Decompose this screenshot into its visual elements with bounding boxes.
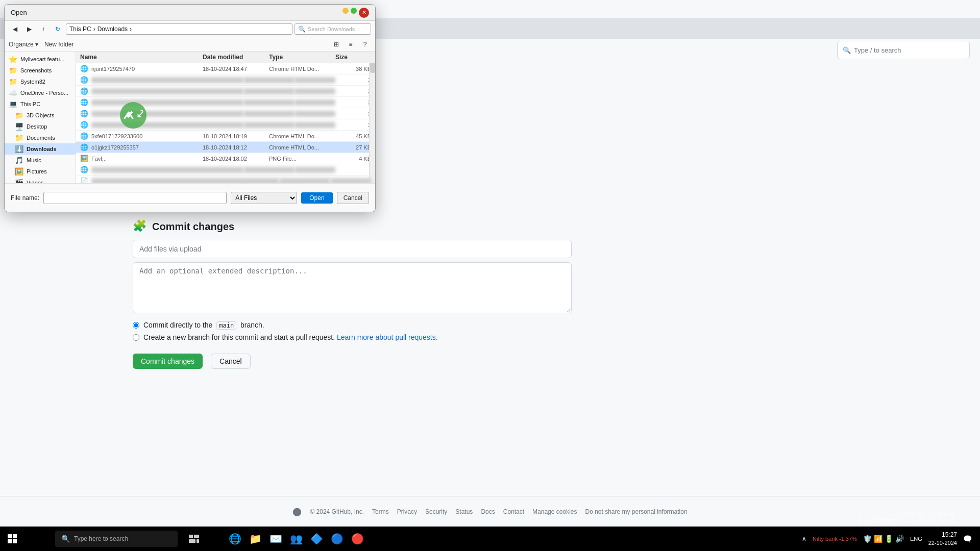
sidebar-item-videos[interactable]: 🎬 Videos [5, 177, 76, 183]
search-icon: 🔍 [298, 26, 306, 33]
footer-docs[interactable]: Docs [481, 508, 495, 515]
volume-icon[interactable]: 🔊 [895, 535, 904, 543]
svg-rect-2 [8, 539, 12, 543]
path-breadcrumb[interactable]: This PC › Downloads › [66, 23, 292, 35]
app6-icon[interactable]: 🔴 [349, 531, 365, 547]
network-tray-icon[interactable]: 📶 [874, 535, 883, 543]
file-name: o1jgkz1729255357 [91, 144, 203, 151]
file-icon: 📄 [80, 177, 88, 184]
table-row[interactable]: 🌐 3 [76, 97, 375, 108]
table-row[interactable]: 🌐 5xfe0171729233600 18-10-2024 18:19 Chr… [76, 131, 375, 142]
minimize-button[interactable] [342, 8, 349, 14]
organize-button[interactable]: Organize ▾ [9, 41, 38, 48]
help-button[interactable]: ? [359, 38, 371, 51]
column-header-size[interactable]: Size [335, 54, 371, 61]
footer-security[interactable]: Security [425, 508, 447, 515]
sidebar-item-mylivecart[interactable]: ⭐ Mylivecart featu... [5, 54, 76, 65]
widgets-button[interactable]: ⊞ [206, 531, 223, 547]
column-header-name[interactable]: Name [80, 54, 203, 61]
dialog-overlay: Open ✕ ◀ ▶ ↑ ↻ This PC › Downloads › 🔍 S… [0, 0, 980, 439]
folder-icon: 📁 [15, 134, 23, 142]
github-logo-footer: ⬤ [292, 507, 302, 516]
forward-button[interactable]: ▶ [23, 23, 35, 35]
folder-icon: 📁 [9, 66, 17, 74]
back-button[interactable]: ◀ [9, 23, 21, 35]
start-button[interactable] [0, 527, 24, 551]
table-row[interactable]: 📄 [76, 176, 375, 183]
hidden-icons-button[interactable]: ∧ [802, 535, 806, 542]
file-type [295, 111, 335, 117]
refresh-button[interactable]: ↻ [52, 23, 64, 35]
file-type [295, 88, 335, 94]
github-footer: ⬤ © 2024 GitHub, Inc. Terms Privacy Secu… [0, 496, 980, 527]
sidebar-item-thispc[interactable]: 💻 This PC [5, 98, 76, 110]
file-date: 18-10-2024 18:19 [203, 133, 269, 139]
table-row[interactable]: 🌐 3 [76, 86, 375, 97]
footer-status[interactable]: Status [455, 508, 473, 515]
footer-privacy[interactable]: Privacy [397, 508, 417, 515]
footer-do-not-share[interactable]: Do not share my personal information [585, 508, 687, 515]
system-tray-icons: 🛡️ 📶 🔋 🔊 [863, 535, 904, 543]
sidebar-item-3dobjects[interactable]: 📁 3D Objects [5, 110, 76, 121]
scrollbar-track[interactable] [369, 52, 375, 183]
sidebar-item-downloads[interactable]: ⬇️ Downloads [5, 143, 76, 155]
new-folder-button[interactable]: New folder [44, 41, 74, 48]
sidebar-item-documents[interactable]: 📁 Documents [5, 132, 76, 143]
teams-icon[interactable]: 👥 [288, 531, 304, 547]
sidebar-item-screenshots[interactable]: 📁 Screenshots [5, 65, 76, 76]
footer-terms[interactable]: Terms [372, 508, 389, 515]
sidebar-label-pictures: Pictures [27, 168, 47, 174]
mail-icon[interactable]: ✉️ [267, 531, 284, 547]
up-button[interactable]: ↑ [37, 23, 50, 35]
svg-rect-7 [197, 539, 199, 543]
svg-rect-0 [8, 534, 12, 538]
filename-input[interactable] [43, 192, 227, 204]
sidebar-label-screenshots: Screenshots [20, 67, 52, 73]
cancel-dialog-button[interactable]: Cancel [337, 192, 369, 204]
table-row[interactable]: 🌐 njunt1729257470 18-10-2024 18:47 Chrom… [76, 63, 375, 74]
search-box[interactable]: 🔍 Search Downloads [295, 23, 371, 35]
close-button[interactable]: ✕ [359, 8, 369, 18]
column-header-type[interactable]: Type [269, 54, 335, 61]
sidebar-item-music[interactable]: 🎵 Music [5, 155, 76, 166]
table-row[interactable]: 🌐 o1jgkz1729255357 18-10-2024 18:12 Chro… [76, 142, 375, 153]
app5-icon[interactable]: 🔷 [308, 531, 325, 547]
maximize-button[interactable] [351, 8, 357, 14]
footer-manage-cookies[interactable]: Manage cookies [532, 508, 577, 515]
organize-label: Organize ▾ [9, 41, 38, 48]
file-icon: 🌐 [80, 132, 88, 140]
view-details-button[interactable]: ≡ [345, 38, 357, 51]
open-button[interactable]: Open [301, 192, 332, 204]
file-icon: 🌐 [80, 65, 88, 73]
taskbar-search-bar[interactable]: 🔍 Type here to search [55, 531, 178, 547]
sidebar-item-onedrive[interactable]: ☁️ OneDrive - Perso... [5, 87, 76, 98]
file-size: 3 [335, 122, 371, 128]
file-type [330, 178, 371, 184]
file-icon: 🖼️ [80, 155, 88, 163]
table-row[interactable]: 🌐 3 [76, 74, 375, 86]
explorer-icon[interactable]: 📁 [247, 531, 263, 547]
edge-browser-icon[interactable]: 🌐 [227, 531, 243, 547]
sidebar-item-pictures[interactable]: 🖼️ Pictures [5, 166, 76, 177]
chrome-icon[interactable]: 🔵 [329, 531, 345, 547]
dialog-sidebar: ⭐ Mylivecart featu... 📁 Screenshots 📁 Sy… [5, 52, 76, 183]
view-list-button[interactable]: ⊞ [330, 38, 342, 51]
sidebar-item-desktop[interactable]: 🖥️ Desktop [5, 121, 76, 132]
download-icon: ⬇️ [15, 145, 23, 153]
table-row[interactable]: 🌐 [76, 164, 375, 176]
notification-icon[interactable]: 🗨️ [963, 535, 972, 543]
footer-contact[interactable]: Contact [503, 508, 524, 515]
sidebar-label-videos: Videos [27, 180, 43, 183]
star-icon: ⭐ [9, 55, 17, 63]
file-size: 27 KB [335, 144, 371, 151]
language-indicator: ENG [910, 536, 922, 542]
task-view-button[interactable] [186, 531, 202, 547]
file-name: Favl... [91, 156, 203, 162]
column-header-date[interactable]: Date modified [203, 54, 269, 61]
filetype-select[interactable]: All Files [231, 192, 297, 204]
file-date [243, 167, 295, 173]
table-row[interactable]: 🖼️ Favl... 18-10-2024 18:02 PNG File... … [76, 153, 375, 164]
sidebar-item-system32[interactable]: 📁 System32 [5, 76, 76, 87]
battery-icon[interactable]: 🔋 [885, 535, 893, 543]
taskbar: 🔍 Type here to search ⊞ 🌐 📁 ✉️ 👥 🔷 🔵 🔴 ∧… [0, 527, 980, 551]
